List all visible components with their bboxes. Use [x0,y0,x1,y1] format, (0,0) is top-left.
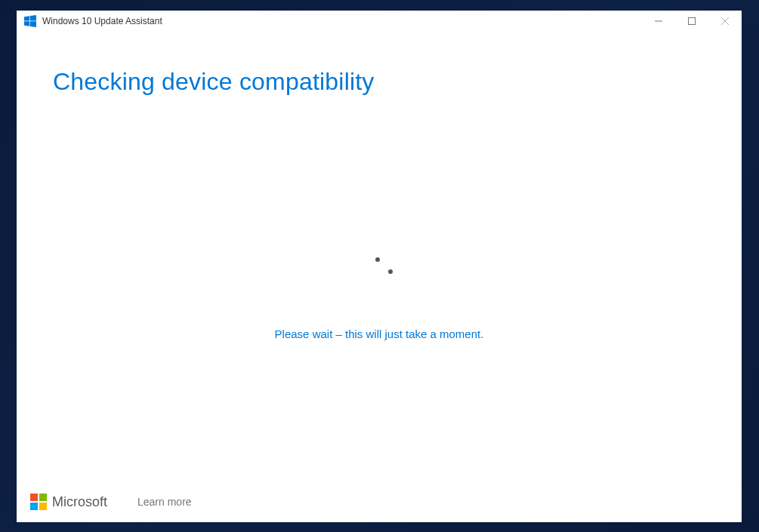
svg-marker-1 [30,15,36,21]
minimize-button[interactable] [642,11,675,32]
svg-marker-0 [24,16,29,20]
content-area: Checking device compatibility Please wai… [17,32,742,522]
page-heading: Checking device compatibility [53,68,705,96]
status-text: Please wait – this will just take a mome… [17,328,742,340]
window-controls [642,11,742,32]
svg-marker-2 [24,21,29,26]
loading-spinner-icon [364,254,394,284]
microsoft-logo: Microsoft [30,494,107,510]
maximize-button[interactable] [675,11,708,32]
microsoft-logo-icon [30,494,47,510]
close-button[interactable] [708,11,742,32]
windows-logo-icon [24,15,36,27]
titlebar: Windows 10 Update Assistant [17,11,742,32]
svg-marker-3 [30,21,36,27]
microsoft-brand-text: Microsoft [52,494,107,510]
footer: Microsoft Learn more [30,494,192,510]
svg-rect-5 [689,18,696,25]
titlebar-title: Windows 10 Update Assistant [42,16,162,26]
app-window: Windows 10 Update Assistant Checking dev… [17,11,742,522]
learn-more-link[interactable]: Learn more [137,496,192,508]
